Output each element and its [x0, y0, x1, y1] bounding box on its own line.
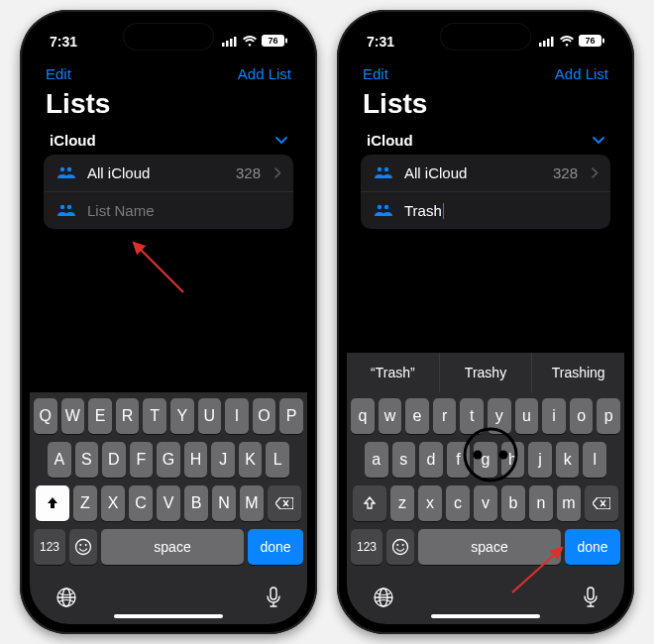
emoji-key[interactable] [386, 529, 414, 565]
edit-button[interactable]: Edit [46, 65, 71, 82]
key-b[interactable]: B [184, 485, 208, 521]
globe-icon[interactable] [55, 587, 77, 613]
key-z[interactable]: z [390, 485, 414, 521]
key-l[interactable]: L [266, 442, 289, 478]
add-list-button[interactable]: Add List [555, 65, 608, 82]
space-key[interactable]: space [101, 529, 244, 565]
list-name-input[interactable]: Trash [404, 202, 442, 219]
key-q[interactable]: q [351, 398, 375, 434]
dictation-icon[interactable] [583, 587, 599, 613]
key-f[interactable]: f [447, 442, 471, 478]
key-g[interactable]: g [474, 442, 497, 478]
key-z[interactable]: Z [73, 485, 97, 521]
key-row-4: 123 space done [34, 529, 303, 565]
list-row-new[interactable] [44, 191, 293, 229]
keyboard[interactable]: q w e r t y u i o p a s d f g h j k l [347, 392, 624, 579]
key-n[interactable]: N [212, 485, 236, 521]
svg-rect-24 [602, 39, 604, 44]
key-t[interactable]: T [143, 398, 166, 434]
key-e[interactable]: e [405, 398, 429, 434]
key-e[interactable]: E [88, 398, 112, 434]
cellular-icon [539, 34, 555, 50]
key-x[interactable]: X [101, 485, 125, 521]
globe-icon[interactable] [373, 587, 394, 613]
key-x[interactable]: x [418, 485, 442, 521]
key-a[interactable]: a [365, 442, 388, 478]
key-m[interactable]: m [557, 485, 581, 521]
list-name-input[interactable] [87, 202, 281, 219]
svg-point-13 [79, 544, 81, 546]
key-w[interactable]: w [379, 398, 402, 434]
keyboard[interactable]: Q W E R T Y U I O P A S D F G H J K L [30, 392, 307, 579]
key-i[interactable]: I [225, 398, 249, 434]
key-t[interactable]: t [460, 398, 484, 434]
shift-key[interactable] [353, 485, 386, 521]
key-p[interactable]: P [279, 398, 303, 434]
key-b[interactable]: b [501, 485, 525, 521]
chevron-right-icon [592, 165, 599, 181]
key-o[interactable]: O [253, 398, 276, 434]
key-a[interactable]: A [48, 442, 71, 478]
key-k[interactable]: K [239, 442, 263, 478]
done-key[interactable]: done [248, 529, 303, 565]
numbers-key[interactable]: 123 [351, 529, 382, 565]
dictation-icon[interactable] [266, 587, 281, 613]
key-q[interactable]: Q [34, 398, 57, 434]
key-c[interactable]: C [129, 485, 153, 521]
key-y[interactable]: Y [170, 398, 194, 434]
key-h[interactable]: h [501, 442, 525, 478]
key-n[interactable]: n [529, 485, 553, 521]
key-j[interactable]: j [528, 442, 552, 478]
key-d[interactable]: d [419, 442, 443, 478]
edit-button[interactable]: Edit [363, 65, 388, 82]
key-c[interactable]: c [446, 485, 470, 521]
home-indicator[interactable] [431, 614, 540, 618]
wifi-icon [559, 34, 575, 50]
svg-rect-22 [551, 37, 554, 47]
numbers-key[interactable]: 123 [34, 529, 65, 565]
key-s[interactable]: s [392, 442, 416, 478]
key-o[interactable]: o [570, 398, 594, 434]
suggestion-1[interactable]: “Trash” [347, 353, 440, 392]
key-g[interactable]: G [157, 442, 180, 478]
key-p[interactable]: p [597, 398, 620, 434]
key-u[interactable]: U [198, 398, 222, 434]
key-k[interactable]: k [556, 442, 580, 478]
list-row-all-icloud[interactable]: All iCloud 328 [44, 155, 293, 191]
key-s[interactable]: S [75, 442, 99, 478]
key-h[interactable]: H [184, 442, 208, 478]
key-d[interactable]: D [102, 442, 126, 478]
key-u[interactable]: u [515, 398, 539, 434]
key-v[interactable]: v [474, 485, 497, 521]
done-key[interactable]: done [565, 529, 620, 565]
backspace-key[interactable] [585, 485, 618, 521]
emoji-key[interactable] [69, 529, 97, 565]
section-label: iCloud [50, 132, 96, 149]
list-row-new[interactable]: Trash [361, 191, 610, 229]
list-count: 328 [236, 164, 261, 181]
svg-rect-20 [543, 41, 546, 47]
list-row-all-icloud[interactable]: All iCloud 328 [361, 155, 610, 191]
home-indicator[interactable] [114, 614, 223, 618]
backspace-key[interactable] [268, 485, 301, 521]
status-icons: 76 [222, 34, 287, 50]
key-f[interactable]: F [130, 442, 154, 478]
section-header-icloud[interactable]: iCloud [30, 132, 307, 155]
key-r[interactable]: r [433, 398, 457, 434]
key-m[interactable]: M [240, 485, 264, 521]
section-header-icloud[interactable]: iCloud [347, 132, 624, 155]
key-r[interactable]: R [116, 398, 140, 434]
key-i[interactable]: i [542, 398, 566, 434]
key-y[interactable]: y [488, 398, 511, 434]
key-j[interactable]: J [211, 442, 235, 478]
svg-point-8 [67, 166, 71, 170]
svg-point-29 [384, 204, 388, 208]
key-w[interactable]: W [61, 398, 85, 434]
suggestion-3[interactable]: Trashing [532, 353, 624, 392]
suggestion-2[interactable]: Trashy [440, 353, 533, 392]
space-key[interactable]: space [418, 529, 561, 565]
key-l[interactable]: l [583, 442, 606, 478]
shift-key[interactable] [36, 485, 69, 521]
add-list-button[interactable]: Add List [238, 65, 291, 82]
key-v[interactable]: V [157, 485, 180, 521]
